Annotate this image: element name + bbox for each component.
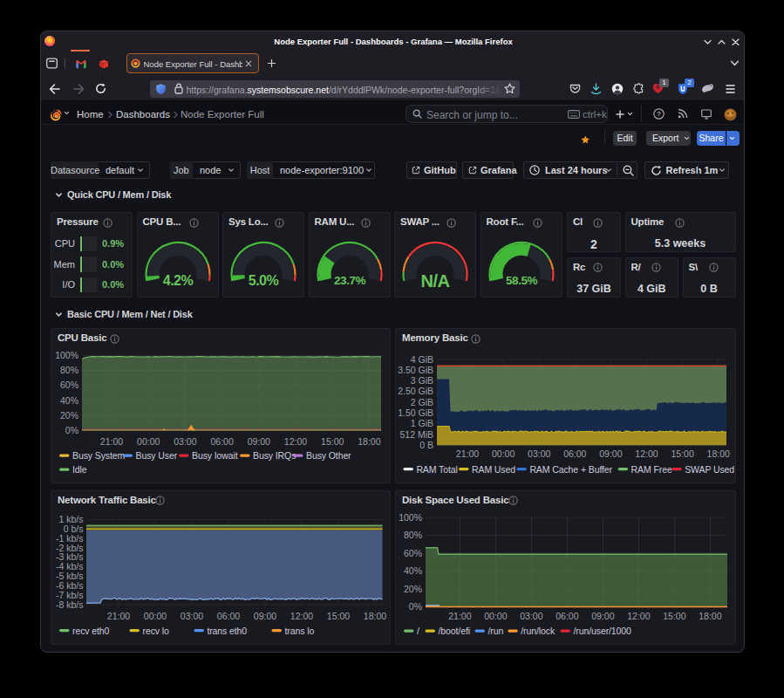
svg-text:06:00: 06:00	[556, 611, 578, 621]
svg-text:RAM Free: RAM Free	[631, 464, 672, 475]
svg-text:1 GiB: 1 GiB	[411, 418, 433, 428]
svg-text:12:00: 12:00	[635, 448, 658, 459]
svg-text:/run/lock: /run/lock	[521, 626, 556, 636]
svg-text:20%: 20%	[404, 583, 422, 593]
svg-text:recv eth0: recv eth0	[72, 625, 110, 635]
svg-text:00:00: 00:00	[144, 611, 167, 621]
svg-text:N/A: N/A	[421, 271, 450, 291]
svg-text:40%: 40%	[404, 565, 422, 576]
svg-text:00:00: 00:00	[137, 436, 160, 447]
svg-text:100%: 100%	[55, 350, 78, 360]
svg-text:09:00: 09:00	[591, 611, 614, 621]
svg-text:3.50 GiB: 3.50 GiB	[398, 365, 433, 375]
svg-text:21:00: 21:00	[100, 436, 123, 447]
svg-text:?: ?	[657, 110, 661, 118]
svg-text:06:00: 06:00	[563, 448, 586, 459]
svg-text:/: /	[417, 626, 419, 636]
svg-text:512 MiB: 512 MiB	[399, 429, 433, 440]
svg-text:Busy User: Busy User	[136, 450, 178, 461]
svg-text:4.2%: 4.2%	[162, 273, 193, 288]
svg-text:21:00: 21:00	[107, 611, 130, 621]
svg-text:/run/user/1000: /run/user/1000	[574, 626, 632, 636]
svg-text:09:00: 09:00	[248, 436, 270, 447]
svg-text:03:00: 03:00	[528, 448, 550, 459]
svg-text:15:00: 15:00	[327, 611, 350, 621]
svg-text:80%: 80%	[404, 530, 422, 540]
svg-text:15:00: 15:00	[663, 611, 685, 621]
svg-text:00:00: 00:00	[492, 448, 515, 459]
svg-text:trans eth0: trans eth0	[207, 625, 247, 635]
svg-text:21:00: 21:00	[448, 611, 471, 621]
svg-text:18:00: 18:00	[699, 611, 721, 621]
svg-text:3 GiB: 3 GiB	[411, 375, 433, 386]
svg-text:RAM Total: RAM Total	[416, 464, 457, 475]
svg-text:18:00: 18:00	[707, 448, 730, 459]
svg-text:/boot/efi: /boot/efi	[439, 626, 470, 636]
svg-text:06:00: 06:00	[210, 436, 233, 447]
svg-text:100%: 100%	[399, 511, 422, 522]
svg-text:03:00: 03:00	[174, 436, 196, 447]
svg-text:/run: /run	[488, 626, 504, 636]
svg-text:0%: 0%	[65, 425, 78, 435]
svg-text:0 B: 0 B	[419, 440, 433, 450]
svg-text:15:00: 15:00	[671, 448, 693, 459]
svg-text:00:00: 00:00	[484, 611, 507, 621]
svg-text:Busy System: Busy System	[72, 450, 126, 461]
svg-text:15:00: 15:00	[321, 436, 344, 447]
svg-text:40%: 40%	[60, 395, 78, 406]
svg-text:recv lo: recv lo	[143, 625, 169, 635]
svg-text:06:00: 06:00	[217, 611, 240, 621]
svg-text:09:00: 09:00	[254, 611, 276, 621]
svg-text:-8 kb/s: -8 kb/s	[56, 599, 84, 609]
svg-text:18:00: 18:00	[364, 611, 386, 621]
svg-text:Idle: Idle	[72, 464, 87, 475]
svg-text:Busy Iowait: Busy Iowait	[192, 450, 238, 461]
svg-text:2 GiB: 2 GiB	[411, 397, 433, 407]
svg-text:5.0%: 5.0%	[249, 273, 279, 288]
svg-text:03:00: 03:00	[520, 611, 542, 621]
svg-text:4 GiB: 4 GiB	[411, 354, 433, 365]
svg-text:RAM Used: RAM Used	[472, 464, 515, 475]
svg-text:RAM Cache + Buffer: RAM Cache + Buffer	[529, 464, 612, 475]
svg-text:23.7%: 23.7%	[334, 274, 365, 287]
svg-text:58.5%: 58.5%	[506, 274, 537, 287]
svg-text:60%: 60%	[404, 547, 422, 558]
svg-text:80%: 80%	[60, 365, 78, 375]
svg-text:1.50 GiB: 1.50 GiB	[398, 407, 433, 418]
svg-text:12:00: 12:00	[284, 436, 307, 447]
svg-text:12:00: 12:00	[290, 611, 313, 621]
svg-text:09:00: 09:00	[599, 448, 622, 459]
svg-text:60%: 60%	[60, 380, 78, 390]
svg-text:03:00: 03:00	[181, 611, 203, 621]
svg-text:20%: 20%	[60, 410, 78, 421]
svg-text:18:00: 18:00	[358, 436, 380, 447]
svg-text:21:00: 21:00	[456, 448, 479, 459]
svg-text:SWAP Used: SWAP Used	[685, 464, 734, 475]
svg-text:12:00: 12:00	[627, 611, 650, 621]
svg-text:Busy IRQs: Busy IRQs	[253, 450, 296, 461]
svg-text:trans lo: trans lo	[285, 625, 315, 635]
svg-text:2.50 GiB: 2.50 GiB	[398, 386, 433, 396]
svg-text:Busy Other: Busy Other	[306, 450, 351, 461]
svg-text:0%: 0%	[409, 601, 422, 612]
